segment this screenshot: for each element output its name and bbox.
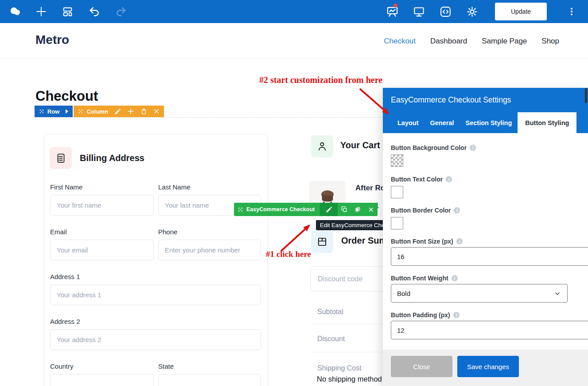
first-name-input[interactable]	[50, 195, 154, 216]
column-badge[interactable]: Column	[74, 106, 164, 117]
row-badge-label: Row	[47, 108, 59, 115]
tab-general[interactable]: General	[424, 112, 460, 133]
nav-dashboard[interactable]: Dashboard	[430, 37, 467, 46]
clipboard-icon[interactable]	[140, 108, 147, 115]
builder-logo-icon[interactable]	[9, 5, 22, 18]
selection-toolbar-handle[interactable]: EasyCommerce Checkout	[234, 203, 320, 216]
discount-code-input[interactable]	[318, 275, 378, 283]
product-name: After Ro	[355, 184, 385, 193]
tab-button-styling[interactable]: Button Styling	[518, 112, 576, 133]
nav-sample-page[interactable]: Sample Page	[482, 37, 527, 46]
nav-checkout[interactable]: Checkout	[384, 37, 416, 46]
info-icon[interactable]: i	[453, 312, 459, 318]
responsive-preview-icon[interactable]	[413, 5, 425, 18]
easycommerce-settings-panel: EasyCommerce Checkout Settings Layout Ge…	[383, 88, 588, 386]
button-border-color-swatch[interactable]	[391, 217, 403, 229]
row-outline-dashed	[35, 117, 383, 118]
annotation-step2-text: #2 start customization from here	[259, 75, 382, 85]
add-element-icon[interactable]	[35, 5, 47, 18]
kebab-menu-icon[interactable]	[565, 5, 578, 18]
site-nav: Checkout Dashboard Sample Page Shop	[384, 23, 559, 59]
update-button[interactable]: Update	[495, 3, 547, 20]
button-font-size-input[interactable]	[391, 247, 588, 266]
state-input[interactable]	[158, 374, 261, 386]
button-font-size-label: Button Font Size (px)i	[391, 238, 580, 244]
button-bg-color-label: Button Background Colori	[391, 145, 580, 151]
builder-topbar: Update	[0, 0, 588, 23]
row-badge[interactable]: Row	[35, 106, 73, 117]
discount-label: Discount	[317, 335, 345, 343]
panel-header: EasyCommerce Checkout Settings Layout Ge…	[383, 88, 588, 133]
info-icon[interactable]: i	[452, 275, 458, 281]
analytics-board-icon[interactable]	[386, 5, 398, 18]
billing-form: First Name Last Name Email Phone Address…	[50, 183, 261, 386]
notification-dot	[393, 4, 397, 8]
edit-widget-pencil-icon[interactable]	[320, 203, 338, 216]
save-changes-button[interactable]: Save changes	[457, 356, 519, 377]
tab-section-styling[interactable]: Section Styling	[460, 112, 518, 133]
your-cart-icon	[311, 135, 333, 158]
billing-address-card: Billing Address First Name Last Name Ema…	[44, 134, 268, 386]
country-label: Country	[50, 362, 154, 370]
move-icon	[78, 109, 83, 114]
selection-toolbar-label: EasyCommerce Checkout	[246, 206, 315, 213]
button-bg-color-swatch[interactable]	[391, 154, 403, 167]
redo-icon[interactable]	[115, 5, 127, 18]
button-text-color-label: Button Text Colori	[391, 176, 580, 182]
scrollbar-thumb[interactable]	[585, 88, 587, 103]
address2-field: Address 2	[50, 318, 261, 350]
panel-body: Button Background Colori Button Text Col…	[383, 133, 588, 350]
info-icon[interactable]: i	[446, 176, 452, 182]
site-logo[interactable]: Metro	[35, 33, 69, 47]
first-name-field: First Name	[50, 183, 154, 216]
add-icon[interactable]	[127, 108, 134, 115]
paste-widget-icon[interactable]	[351, 203, 364, 216]
phone-input[interactable]	[158, 240, 261, 260]
country-field: Country	[50, 362, 154, 386]
chevron-down-icon	[554, 290, 561, 297]
button-font-weight-label: Button Font Weighti	[391, 275, 580, 281]
site-header: Metro Checkout Dashboard Sample Page Sho…	[0, 23, 588, 59]
address2-input[interactable]	[50, 329, 261, 350]
delete-x-icon[interactable]	[153, 108, 160, 114]
undo-icon[interactable]	[88, 5, 101, 18]
button-font-weight-select[interactable]: Bold	[391, 284, 568, 303]
address2-label: Address 2	[50, 318, 261, 325]
state-field: State	[158, 362, 261, 386]
address1-field: Address 1	[50, 273, 261, 305]
discount-code-box	[310, 266, 386, 291]
email-input[interactable]	[50, 240, 154, 260]
address1-input[interactable]	[50, 284, 261, 305]
builder-badges: Row Column	[35, 106, 164, 117]
info-icon[interactable]: i	[454, 207, 460, 213]
code-editor-icon[interactable]	[439, 5, 452, 18]
button-padding-input[interactable]	[391, 321, 588, 339]
close-button[interactable]: Close	[391, 356, 452, 377]
info-icon[interactable]: i	[456, 238, 463, 244]
email-label: Email	[50, 228, 154, 236]
no-shipping-text: No shipping method	[317, 375, 382, 383]
edit-pencil-icon[interactable]	[114, 108, 121, 115]
billing-address-icon	[50, 147, 72, 169]
state-label: State	[158, 362, 261, 370]
nav-shop[interactable]: Shop	[541, 37, 559, 46]
move-icon	[39, 109, 44, 114]
divider	[310, 352, 386, 352]
address1-label: Address 1	[50, 273, 261, 280]
tab-layout[interactable]: Layout	[392, 112, 424, 133]
phone-label: Phone	[158, 228, 261, 236]
copy-widget-icon[interactable]	[338, 203, 351, 216]
country-input[interactable]	[50, 374, 154, 386]
phone-field: Phone	[158, 228, 261, 260]
settings-gear-icon[interactable]	[466, 5, 478, 18]
your-cart-title: Your Cart	[340, 140, 380, 150]
last-name-label: Last Name	[158, 183, 261, 191]
shipping-cost-label: Shipping Cost	[317, 364, 362, 372]
info-icon[interactable]: i	[470, 145, 476, 151]
chevron-right-icon[interactable]	[66, 109, 68, 114]
easycommerce-selection-toolbar: EasyCommerce Checkout	[234, 203, 378, 216]
button-text-color-swatch[interactable]	[391, 186, 403, 198]
structure-layers-icon[interactable]	[61, 5, 74, 18]
remove-widget-x-icon[interactable]	[364, 203, 378, 216]
subtotal-label: Subtotal	[317, 308, 343, 316]
